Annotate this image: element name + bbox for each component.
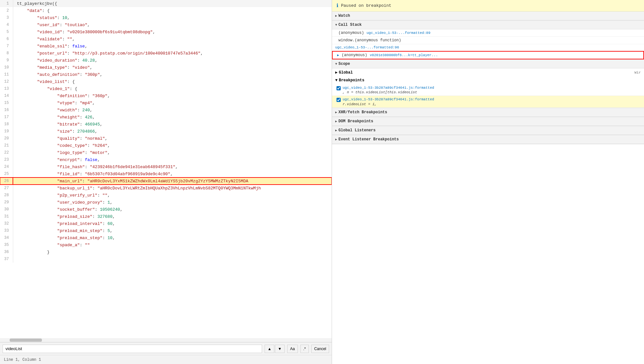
- line-content: "user_video_proxy": 1,: [13, 199, 332, 206]
- search-input[interactable]: [3, 345, 262, 353]
- table-row: 19 "size": 2704866,: [0, 128, 332, 135]
- line-number: 27: [0, 185, 13, 192]
- line-content: "media_type": "video",: [13, 64, 332, 71]
- breakpoint-file-2: ugc_video_1-53-3b287a89cf34641.js:format…: [343, 97, 434, 102]
- callstack-item-4-active[interactable]: ▶ (anonymous) v0201e380000bf6...k=tt_pla…: [332, 51, 644, 59]
- dom-label: DOM Breakpoints: [338, 119, 373, 124]
- line-number: 14: [0, 92, 13, 99]
- event-listener-header[interactable]: ▶ Event Listener Breakpoints: [332, 135, 644, 144]
- table-row: 25 "file_id": "6b5307cf03d04abf968919a9d…: [0, 170, 332, 177]
- breakpoint-checkbox-2[interactable]: [337, 98, 341, 102]
- search-down-button[interactable]: ▼: [275, 345, 285, 353]
- line-content: "auto_definition": "360p",: [13, 71, 332, 78]
- line-content: "file_id": "6b5307cf03d04abf968919a9de9c…: [13, 170, 332, 177]
- global-listeners-header[interactable]: ▶ Global Listeners: [332, 126, 644, 135]
- cancel-button[interactable]: Cancel: [311, 345, 329, 353]
- table-row: 12 "video_list": {: [0, 78, 332, 85]
- line-number: 12: [0, 78, 13, 85]
- search-up-button[interactable]: ▲: [265, 345, 274, 353]
- callstack-section: ▼ Call Stack (anonymous) ugc_video_1-53-…: [332, 21, 644, 60]
- table-row: 23 "encrypt": false,: [0, 156, 332, 163]
- scope-label: Scope: [338, 62, 350, 66]
- line-number: 18: [0, 121, 13, 128]
- right-sections[interactable]: ▶ Watch ▼ Call Stack (anonymous) ugc_vid…: [332, 12, 644, 364]
- dom-header[interactable]: ▶ DOM Breakpoints: [332, 117, 644, 126]
- line-number: 6: [0, 35, 13, 43]
- scope-header[interactable]: ▼ Scope: [332, 60, 644, 68]
- table-row: 35 "spade_a": "": [0, 241, 332, 248]
- table-row: 22 "logo_type": "motor",: [0, 149, 332, 156]
- watch-label: Watch: [338, 14, 350, 18]
- callstack-item-1[interactable]: (anonymous) ugc_video_1-53-...formatted:…: [332, 29, 644, 37]
- line-number: 29: [0, 199, 13, 206]
- line-content: "user_id": "toutiao",: [13, 21, 332, 28]
- table-row: 9 "video_duration": 40.28,: [0, 57, 332, 64]
- table-row: 10 "media_type": "video",: [0, 64, 332, 71]
- line-content: "vwidth": 240,: [13, 106, 332, 114]
- line-number: 10: [0, 64, 13, 71]
- callstack-header[interactable]: ▼ Call Stack: [332, 21, 644, 29]
- callstack-content: (anonymous) ugc_video_1-53-...formatted:…: [332, 29, 644, 59]
- paused-text: Paused on breakpoint: [341, 3, 391, 8]
- scope-section: ▼ Scope ▶ Global Wir ▼ Breakpoints: [332, 60, 644, 108]
- line-number: 3: [0, 14, 13, 21]
- code-area[interactable]: 1tt_playerkcjbv({2 "data": {3 "status": …: [0, 0, 332, 338]
- breakpoint-checkbox-1[interactable]: [337, 86, 341, 90]
- line-content: "preload_min_step": 5,: [13, 227, 332, 234]
- line-number: 16: [0, 106, 13, 114]
- line-content: "file_hash": "4239246b1f6de941e31eab6489…: [13, 163, 332, 170]
- line-content: "preload_max_step": 10,: [13, 234, 332, 241]
- callstack-item-3[interactable]: ugc_video_1-53-...formatted:96: [332, 44, 644, 51]
- match-case-button[interactable]: Aa: [287, 345, 298, 353]
- watch-section: ▶ Watch: [332, 12, 644, 21]
- scope-global-arrow-icon: ▶: [335, 70, 337, 75]
- global-listeners-label: Global Listeners: [338, 128, 376, 133]
- table-row: 8 "poster_url": "http://p3.pstatp.com/or…: [0, 50, 332, 57]
- callstack-func-2: window.(anonymous function): [338, 38, 401, 43]
- line-content: "vheight": 426,: [13, 114, 332, 121]
- table-row: 27 "backup_url_1": "aHR0cDovL3YxLWRtZmIb…: [0, 185, 332, 192]
- line-content: "validate": "",: [13, 35, 332, 43]
- watch-header[interactable]: ▶ Watch: [332, 12, 644, 20]
- table-row: 6 "validate": "",: [0, 35, 332, 43]
- line-content: "data": {: [13, 7, 332, 14]
- line-content: "bitrate": 466945,: [13, 121, 332, 128]
- global-listeners-section: ▶ Global Listeners: [332, 126, 644, 135]
- table-row: 21 "codec_type": "h264",: [0, 142, 332, 149]
- scope-global-extra: Wir: [634, 71, 641, 75]
- line-content: "socket_buffer": 10506240,: [13, 206, 332, 213]
- table-row: 17 "vheight": 426,: [0, 114, 332, 121]
- line-number: 8: [0, 50, 13, 57]
- scope-global-item[interactable]: ▶ Global Wir: [332, 68, 644, 76]
- scope-breakpoints-header[interactable]: ▼ Breakpoints: [332, 76, 644, 84]
- xhr-header[interactable]: ▶ XHR/fetch Breakpoints: [332, 108, 644, 117]
- scrollbar-thumb[interactable]: [10, 339, 42, 342]
- info-icon: ℹ: [337, 3, 338, 9]
- line-content: "video_duration": 40.28,: [13, 57, 332, 64]
- horizontal-scrollbar[interactable]: [0, 338, 332, 342]
- breakpoint-code-2: r.videoList = i,: [343, 102, 434, 106]
- table-row: 11 "auto_definition": "360p",: [0, 71, 332, 78]
- callstack-item-2[interactable]: window.(anonymous function): [332, 37, 644, 44]
- regex-button[interactable]: .*: [300, 345, 309, 353]
- table-row: 2 "data": {: [0, 7, 332, 14]
- line-content: "status": 10,: [13, 14, 332, 21]
- line-content: }: [13, 248, 332, 256]
- breakpoint-item-2[interactable]: ugc_video_1-53-3b287a89cf34641.js:format…: [332, 96, 644, 107]
- line-number: 35: [0, 241, 13, 248]
- table-row: 20 "quality": "normal",: [0, 135, 332, 142]
- scope-content: ▶ Global Wir ▼ Breakpoints ugc_video_: [332, 68, 644, 108]
- callstack-file-3: ugc_video_1-53-...formatted:96: [335, 46, 399, 49]
- breakpoint-code-1: , n = this.videoList[this.videoList: [343, 90, 434, 94]
- line-number: 7: [0, 43, 13, 50]
- table-row: 37: [0, 256, 332, 263]
- breakpoint-item-1[interactable]: ugc_video_1-53-3b287a89cf34641.js:format…: [332, 84, 644, 96]
- table-row: 31 "preload_size": 327680,: [0, 213, 332, 220]
- event-listener-section: ▶ Event Listener Breakpoints: [332, 135, 644, 144]
- line-content: "video_id": "v0201e380000bf6s9iu4tqbmt08…: [13, 28, 332, 35]
- line-number: 5: [0, 28, 13, 35]
- event-listener-arrow-icon: ▶: [335, 137, 337, 141]
- line-number: 33: [0, 227, 13, 234]
- line-content: "vtype": "mp4",: [13, 99, 332, 106]
- line-number: 13: [0, 85, 13, 92]
